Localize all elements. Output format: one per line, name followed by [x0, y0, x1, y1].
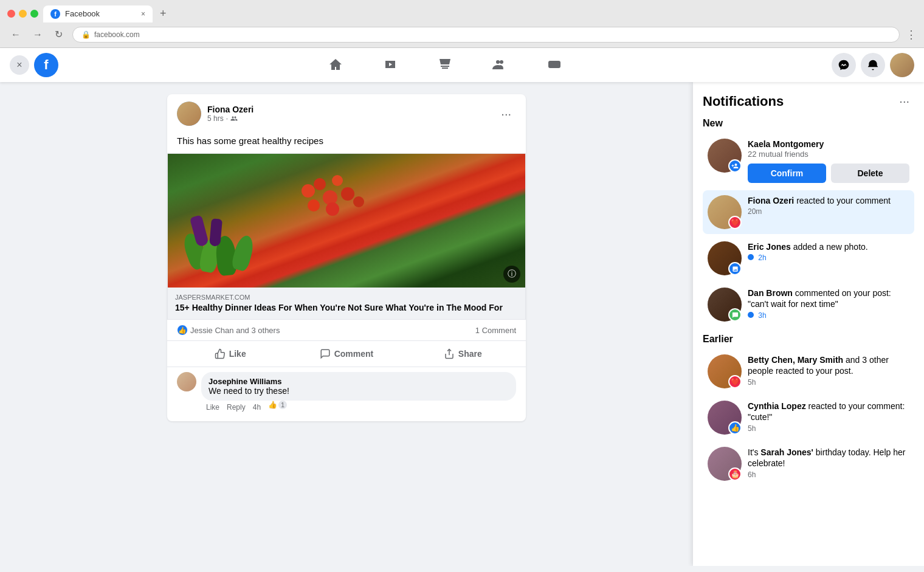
person-add-icon — [731, 162, 739, 170]
video-icon — [383, 57, 398, 72]
comment-reaction-badge: 👍1 — [268, 401, 287, 409]
sarah-notif-text: It's Sarah Jones' birthday today. Help h… — [748, 447, 909, 469]
post-actions: Like Comment Share — [167, 341, 526, 367]
betty-notif-text: Betty Chen, Mary Smith and 3 other peopl… — [748, 354, 909, 376]
nav-groups[interactable] — [484, 50, 515, 80]
comment-badge — [728, 308, 742, 322]
new-tab-button[interactable]: + — [157, 5, 169, 22]
notifications-button[interactable] — [861, 53, 885, 77]
blue-dot-eric — [748, 254, 754, 260]
link-preview[interactable]: ⓘ JASPERSMARKET.COM 15+ Healthy Dinner I… — [167, 153, 526, 320]
header-nav — [58, 50, 832, 80]
cynthia-notif-text: Cynthia Lopez reacted to your comment: "… — [748, 401, 909, 422]
browser-chrome: f Facebook × + ← → ↻ 🔒 facebook.com ⋮ — [0, 0, 924, 48]
browser-tab[interactable]: f Facebook × — [43, 5, 153, 22]
betty-notif-content: Betty Chen, Mary Smith and 3 other peopl… — [748, 354, 909, 386]
notifications-title: Notifications — [703, 94, 784, 109]
kaela-name: Kaela Montgomery — [748, 139, 824, 149]
eric-notif-text: Eric Jones added a new photo. — [748, 241, 909, 252]
notifications-header: Notifications ··· — [703, 92, 914, 111]
post-time-text: 5 hrs — [207, 114, 224, 123]
notification-betty[interactable]: ❤️ Betty Chen, Mary Smith and 3 other pe… — [703, 350, 914, 393]
comment-author-name[interactable]: Josephine Williams — [209, 377, 509, 386]
back-button[interactable]: ← — [7, 26, 24, 43]
nav-watch[interactable] — [375, 50, 405, 80]
dan-notif-text: Dan Brown commented on your post: "can't… — [748, 288, 909, 309]
earlier-section-title: Earlier — [703, 334, 914, 345]
browser-address-bar: ← → ↻ 🔒 facebook.com ⋮ — [0, 22, 924, 47]
eric-action: added a new photo. — [793, 242, 868, 252]
link-preview-meta: JASPERSMARKET.COM 15+ Healthy Dinner Ide… — [168, 288, 525, 319]
close-button[interactable]: × — [10, 55, 29, 75]
comment-like-action[interactable]: Like — [206, 403, 219, 412]
nav-gaming[interactable] — [539, 50, 570, 80]
confirm-button[interactable]: Confirm — [748, 164, 826, 183]
notifications-more-button[interactable]: ··· — [894, 92, 914, 111]
tab-title: Facebook — [65, 9, 100, 18]
home-icon — [328, 57, 343, 72]
messenger-button[interactable] — [832, 53, 856, 77]
heart-reaction-badge: ❤️ — [728, 216, 742, 229]
like-reaction-icon: 👍 — [177, 325, 188, 336]
notification-eric[interactable]: Eric Jones added a new photo. 2h — [703, 236, 914, 280]
comment-button[interactable]: Comment — [288, 343, 404, 364]
comment-meta: Like Reply 4h 👍1 — [201, 401, 516, 412]
kaela-actions: Confirm Delete — [748, 164, 909, 183]
post-text: This has some great healthy recipes — [167, 133, 526, 153]
close-dot[interactable] — [7, 10, 15, 18]
browser-more-button[interactable]: ⋮ — [906, 28, 917, 41]
comment-reply-action[interactable]: Reply — [227, 403, 246, 412]
post-more-button[interactable]: ··· — [496, 105, 516, 123]
notifications-panel: Notifications ··· New Kaela Montgomery 2… — [693, 82, 924, 566]
sarah-notif-time: 6h — [748, 470, 909, 479]
post-separator: · — [226, 114, 228, 123]
notification-dan[interactable]: Dan Brown commented on your post: "can't… — [703, 283, 914, 326]
reactions-text[interactable]: Jessie Chan and 3 others — [190, 326, 280, 335]
notification-kaela[interactable]: Kaela Montgomery 22 mutual friends Confi… — [703, 134, 914, 188]
like-button[interactable]: Like — [172, 343, 288, 364]
comment-age: 4h — [253, 403, 261, 412]
dan-notif-time: 3h — [748, 311, 909, 320]
refresh-button[interactable]: ↻ — [51, 26, 66, 43]
minimize-dot[interactable] — [19, 10, 27, 18]
post-author-avatar[interactable] — [177, 102, 201, 126]
post-reactions-bar: 👍 Jessie Chan and 3 others 1 Comment — [167, 320, 526, 341]
comment-icon — [320, 348, 331, 359]
gaming-icon — [547, 57, 562, 72]
sarah-avatar-wrap: 🎂 — [708, 447, 742, 481]
tab-close-button[interactable]: × — [141, 10, 145, 18]
post-author-name[interactable]: Fiona Ozeri — [207, 105, 496, 114]
privacy-icon — [230, 115, 238, 122]
dan-name: Dan Brown — [748, 288, 793, 298]
comment-item: Josephine Williams We need to try these!… — [177, 372, 516, 412]
url-bar[interactable]: 🔒 facebook.com — [72, 27, 900, 43]
notification-sarah[interactable]: 🎂 It's Sarah Jones' birthday today. Help… — [703, 442, 914, 486]
cynthia-notif-time: 5h — [748, 424, 909, 433]
notification-fiona[interactable]: ❤️ Fiona Ozeri reacted to your comment 2… — [703, 190, 914, 234]
forward-button[interactable]: → — [29, 26, 46, 43]
user-avatar[interactable] — [890, 53, 914, 77]
post-card: Fiona Ozeri 5 hrs · ··· This has some gr… — [167, 94, 526, 421]
browser-dots — [7, 10, 38, 18]
maximize-dot[interactable] — [30, 10, 38, 18]
betty-notif-time: 5h — [748, 378, 909, 387]
fiona-name: Fiona Ozeri — [748, 196, 794, 205]
cynthia-notif-content: Cynthia Lopez reacted to your comment: "… — [748, 401, 909, 432]
nav-home[interactable] — [320, 50, 351, 80]
image-info-button[interactable]: ⓘ — [503, 266, 520, 283]
eric-notif-content: Eric Jones added a new photo. 2h — [748, 241, 909, 262]
facebook-logo[interactable]: f — [34, 53, 58, 77]
comment-author-avatar[interactable] — [177, 372, 196, 391]
nav-marketplace[interactable] — [430, 50, 460, 80]
cynthia-name: Cynthia Lopez — [748, 401, 806, 411]
notification-cynthia[interactable]: 👍 Cynthia Lopez reacted to your comment:… — [703, 396, 914, 439]
delete-button[interactable]: Delete — [831, 164, 909, 183]
comment-button-label: Comment — [334, 349, 374, 359]
eric-name: Eric Jones — [748, 242, 791, 252]
comment-badge-icon — [732, 312, 739, 319]
messenger-icon — [838, 59, 850, 71]
facebook-header: × f — [0, 48, 924, 82]
share-button[interactable]: Share — [405, 343, 521, 364]
comment-count[interactable]: 1 Comment — [475, 326, 516, 335]
comments-section: Josephine Williams We need to try these!… — [167, 367, 526, 421]
